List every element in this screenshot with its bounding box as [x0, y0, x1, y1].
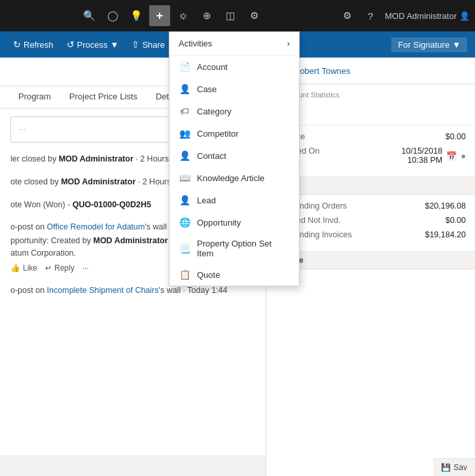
settings-cog-icon[interactable]: ⚙ [243, 5, 264, 26]
dropdown-item-label: Category [197, 107, 232, 116]
balance-row: Balance $0.00 [275, 132, 466, 141]
process-chevron-icon: ▼ [111, 40, 119, 50]
knowledge-article-icon: 📖 [179, 172, 190, 184]
share-button[interactable]: ⇧ Share [126, 37, 170, 52]
activity-text: ler closed by MOD Administrator · 2 Hour… [10, 154, 185, 163]
case-icon: 👤 [179, 83, 190, 95]
dropdown-header[interactable]: Activities › [169, 32, 299, 56]
filter-icon[interactable]: ⛭ [173, 5, 194, 26]
process-button[interactable]: ↺ Process ▼ [62, 37, 124, 52]
dropdown-item-label: Case [197, 84, 217, 94]
account-icon: 📄 [179, 61, 190, 73]
balance-value: $0.00 [446, 132, 466, 141]
activity-text: ote closed by MOD Administrator · 2 Hour… [10, 177, 187, 186]
quote-icon: 📋 [179, 269, 190, 280]
more-actions-button[interactable]: ··· [82, 262, 89, 274]
shipped-value: $0.00 [446, 216, 466, 225]
save-footer: 💾 Sav [433, 458, 475, 476]
process-label: Process [77, 40, 108, 50]
top-navigation: 🔍 ◯ 💡 + ⛭ ⊕ ◫ ⚙ ⚙ ? MOD Administrator 👤 [0, 0, 475, 31]
chairs-text: o-post on Incomplete Shipment of Chairs'… [10, 286, 228, 295]
dropdown-item-label: Knowledge Article [197, 173, 264, 183]
reply-icon: ↵ [45, 262, 52, 274]
dropdown-item-contact[interactable]: 👤 Contact [169, 144, 299, 167]
image-icon[interactable]: ◫ [220, 5, 241, 26]
opportunity-icon: 🌐 [179, 216, 190, 228]
modified-on-row: Modified On 10/15/2018 10:38 PM 📅 ● [275, 146, 466, 165]
dropdown-item-property-option[interactable]: 📃 Property Option Set Item [169, 233, 299, 264]
lead-icon: 👤 [179, 194, 190, 206]
credit-limit-row: 10000 [275, 104, 466, 113]
modified-date: 10/15/2018 [402, 146, 443, 156]
dropdown-item-label: Lead [197, 196, 216, 205]
dropdown-chevron-right-icon: › [287, 39, 290, 48]
dropdown-item-lead[interactable]: 👤 Lead [169, 189, 299, 211]
toolbar-right: For Signature ▼ [391, 37, 467, 52]
office-remodel-link[interactable]: Office Remodel for Adatum [47, 222, 145, 231]
lightbulb-icon[interactable]: 💡 [126, 5, 147, 26]
user-chevron-icon: 👤 [459, 11, 470, 21]
reply-button[interactable]: ↵ Reply [45, 262, 75, 274]
user-label: MOD Administrator [385, 11, 457, 21]
dropdown-item-opportunity[interactable]: 🌐 Opportunity [169, 211, 299, 233]
dropdown-item-label: Quote [197, 270, 220, 280]
dropdown-item-account[interactable]: 📄 Account [169, 56, 299, 78]
process-icon: ↺ [67, 39, 75, 50]
incomplete-shipment-link[interactable]: Incomplete Shipment of Chairs [47, 286, 159, 295]
dropdown-item-case[interactable]: 👤 Case [169, 78, 299, 100]
signature-label: For Signature [398, 40, 449, 50]
add-circle-icon[interactable]: ⊕ [196, 5, 217, 26]
for-signature-button[interactable]: For Signature ▼ [391, 37, 467, 52]
outstanding-orders-value: $20,196.08 [425, 201, 466, 211]
tab-project-price-lists[interactable]: Project Price Lists [62, 86, 145, 108]
account-stats-title: al Account Statistics [275, 91, 466, 99]
calendar-icon[interactable]: 📅 [446, 151, 457, 161]
outstanding-invoices-value: $19,184.20 [425, 230, 466, 239]
like-label: Like [23, 262, 37, 274]
modified-date-stack: 10/15/2018 10:38 PM [402, 146, 443, 165]
dropdown-item-label: Contact [197, 151, 226, 161]
save-label[interactable]: Sav [453, 463, 467, 472]
nav-right-group: ⚙ ? MOD Administrator 👤 [338, 7, 470, 25]
activities-dropdown: Activities › 📄 Account 👤 Case 🏷 Category… [169, 31, 300, 286]
modified-time: 10:38 PM [408, 156, 443, 165]
ellipsis-icon: ··· [82, 262, 89, 274]
competitor-icon: 👥 [179, 128, 190, 139]
dropdown-item-quote[interactable]: 📋 Quote [169, 264, 299, 286]
save-icon: 💾 [441, 463, 451, 472]
clock-icon[interactable]: ● [461, 151, 466, 161]
dropdown-header-label: Activities [179, 39, 212, 48]
timer-icon[interactable]: ◯ [102, 5, 123, 26]
refresh-icon: ↻ [13, 39, 21, 50]
contact-icon: 👤 [179, 150, 190, 162]
quote-text: ote Won (Won) - QUO-01000-Q0D2H5 [10, 200, 151, 209]
dropdown-item-category[interactable]: 🏷 Category [169, 100, 299, 122]
add-new-button[interactable]: + [149, 5, 170, 26]
user-menu[interactable]: MOD Administrator 👤 [385, 11, 470, 21]
search-icon[interactable]: 🔍 [79, 5, 99, 26]
outstanding-invoices-row: Outstanding Invoices $19,184.20 [275, 230, 466, 239]
gear-icon[interactable]: ⚙ [338, 7, 356, 25]
dropdown-item-label: Opportunity [197, 218, 241, 228]
category-icon: 🏷 [179, 105, 190, 117]
shipped-row: Shipped Not Invd. $0.00 [275, 216, 466, 225]
dropdown-item-label: Account [197, 62, 228, 72]
nav-icons-group: 🔍 ◯ 💡 + ⛭ ⊕ ◫ ⚙ [5, 5, 338, 26]
dropdown-item-knowledge-article[interactable]: 📖 Knowledge Article [169, 167, 299, 189]
contact-name[interactable]: Robert Townes [294, 66, 350, 76]
refresh-label: Refresh [24, 40, 54, 50]
dropdown-item-competitor[interactable]: 👥 Competitor [169, 122, 299, 144]
reply-label: Reply [54, 262, 75, 274]
outstanding-orders-row: Outstanding Orders $20,196.08 [275, 201, 466, 211]
tab-program[interactable]: Program [10, 86, 59, 108]
dropdown-item-label: Property Option Set Item [197, 239, 290, 258]
refresh-button[interactable]: ↻ Refresh [8, 37, 59, 52]
property-option-icon: 📃 [179, 243, 190, 254]
signature-chevron-icon: ▼ [452, 40, 461, 50]
like-button[interactable]: 👍 Like [10, 262, 37, 274]
dropdown-item-label: Competitor [197, 129, 239, 139]
share-icon: ⇧ [132, 39, 139, 50]
like-icon: 👍 [10, 262, 20, 274]
help-icon[interactable]: ? [361, 7, 379, 25]
share-label: Share [142, 40, 165, 50]
